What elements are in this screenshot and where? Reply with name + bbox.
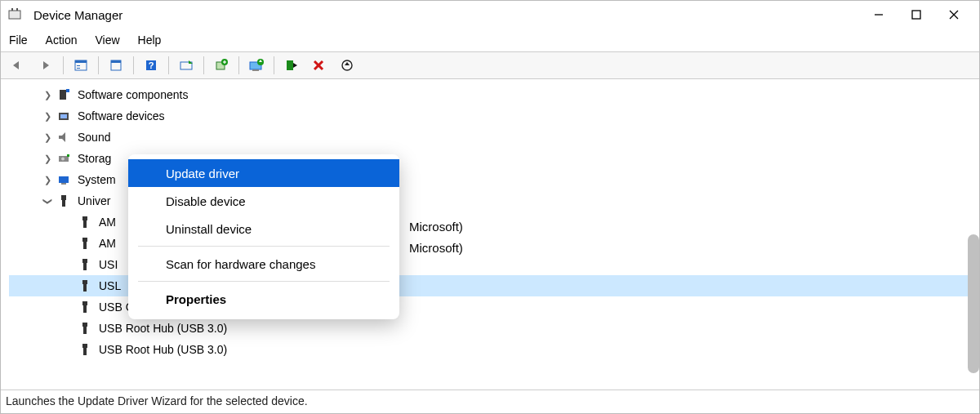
svg-rect-43 — [61, 195, 66, 200]
svg-rect-45 — [82, 216, 87, 220]
expand-icon[interactable]: ❯ — [42, 132, 53, 143]
svg-rect-4 — [912, 11, 920, 19]
svg-rect-57 — [82, 344, 87, 348]
toolbar-separator — [133, 56, 134, 74]
toolbar-uninstall-device[interactable] — [307, 54, 332, 77]
toolbar-separator — [98, 56, 99, 74]
usb-device-icon — [78, 342, 92, 357]
maximize-button[interactable] — [898, 2, 935, 28]
tree-node-label: Software devices — [76, 109, 167, 123]
toolbar-properties[interactable] — [104, 54, 128, 77]
svg-rect-44 — [62, 200, 65, 207]
toolbar-add-legacy-hardware[interactable] — [209, 54, 234, 77]
toolbar-show-hide-tree[interactable] — [69, 54, 93, 77]
usb-controller-icon — [56, 194, 71, 208]
toolbar-back[interactable] — [6, 54, 30, 77]
context-menu-scan-hardware[interactable]: Scan for hardware changes — [128, 250, 399, 278]
expand-icon[interactable]: ❯ — [42, 154, 53, 164]
svg-text:?: ? — [149, 60, 154, 70]
menu-view[interactable]: View — [95, 33, 119, 47]
tree-child-label: AM — [97, 236, 118, 251]
tree-node-sound[interactable]: ❯ Sound — [9, 127, 971, 148]
tree-child-label: AM — [97, 215, 118, 229]
svg-rect-12 — [77, 68, 80, 69]
context-menu-separator — [138, 281, 390, 282]
tree-node-software-devices[interactable]: ❯ Software devices — [9, 105, 971, 127]
svg-rect-10 — [75, 60, 87, 63]
svg-rect-0 — [9, 11, 20, 19]
context-menu-disable-device[interactable]: Disable device — [128, 187, 399, 215]
toolbar-disable-device[interactable] — [279, 54, 304, 77]
menubar: File Action View Help — [1, 29, 979, 52]
svg-rect-58 — [83, 348, 87, 355]
status-text: Launches the Update Driver Wizard for th… — [6, 394, 308, 407]
svg-rect-2 — [16, 8, 18, 11]
svg-marker-7 — [13, 61, 19, 69]
svg-rect-27 — [287, 60, 293, 70]
context-menu: Update driver Disable device Uninstall d… — [128, 154, 399, 319]
toolbar-separator — [274, 56, 274, 74]
toolbar-separator — [238, 56, 239, 74]
tree-child-label: USB Root Hub (USB 3.0) — [97, 342, 229, 357]
tree-node-software-components[interactable]: ❯ Software components — [9, 84, 971, 105]
minimize-button[interactable] — [860, 2, 898, 28]
svg-rect-49 — [82, 259, 87, 263]
svg-rect-36 — [60, 114, 67, 118]
menu-action[interactable]: Action — [46, 33, 78, 47]
toolbar: ? — [1, 52, 979, 79]
vertical-scrollbar[interactable] — [968, 234, 979, 373]
svg-rect-48 — [83, 242, 87, 249]
titlebar: Device Manager — [1, 1, 979, 29]
svg-rect-46 — [83, 220, 87, 228]
svg-rect-40 — [67, 154, 69, 157]
menu-help[interactable]: Help — [138, 33, 162, 47]
usb-device-icon — [78, 278, 92, 293]
usb-device-icon — [78, 300, 92, 314]
svg-marker-32 — [345, 62, 350, 65]
svg-rect-11 — [77, 65, 80, 66]
toolbar-separator — [63, 56, 64, 74]
expand-icon[interactable]: ❯ — [42, 90, 53, 100]
window-title: Device Manager — [33, 8, 860, 22]
context-menu-properties[interactable]: Properties — [128, 285, 399, 313]
system-icon — [56, 172, 71, 187]
app-icon — [7, 7, 22, 22]
context-menu-uninstall-device[interactable]: Uninstall device — [128, 215, 399, 243]
software-devices-icon — [56, 109, 71, 123]
svg-rect-56 — [83, 327, 87, 334]
svg-rect-42 — [61, 183, 66, 185]
svg-rect-54 — [83, 305, 87, 313]
svg-rect-34 — [66, 89, 69, 92]
svg-rect-24 — [252, 69, 259, 71]
svg-rect-53 — [82, 301, 87, 305]
svg-marker-8 — [43, 61, 49, 69]
svg-rect-50 — [83, 263, 87, 270]
svg-rect-47 — [82, 238, 87, 242]
expand-icon[interactable]: ❯ — [42, 175, 53, 185]
toolbar-separator — [168, 56, 169, 74]
usb-device-icon — [78, 236, 92, 251]
svg-rect-1 — [11, 8, 13, 11]
software-components-icon — [56, 87, 71, 102]
toolbar-help[interactable]: ? — [139, 54, 163, 77]
tree-child-label: USI — [97, 257, 119, 272]
storage-icon — [56, 151, 71, 166]
toolbar-update-driver[interactable] — [244, 54, 269, 77]
context-menu-update-driver[interactable]: Update driver — [128, 159, 399, 187]
close-button[interactable] — [935, 2, 973, 28]
toolbar-scan-for-changes[interactable] — [335, 54, 359, 77]
collapse-icon[interactable]: ❯ — [42, 195, 53, 207]
usb-device-icon — [78, 215, 92, 229]
svg-rect-55 — [82, 323, 87, 327]
menu-file[interactable]: File — [9, 33, 28, 47]
svg-marker-28 — [293, 63, 297, 68]
tree-child-usb-root-hub-1[interactable]: USB Root Hub (USB 3.0) — [9, 318, 971, 339]
expand-icon[interactable]: ❯ — [42, 111, 53, 122]
tree-child-overflow-2: Microsoft) — [409, 241, 463, 255]
toolbar-scan-hardware[interactable] — [174, 54, 198, 77]
toolbar-forward[interactable] — [33, 54, 58, 77]
tree-node-label: Univer — [76, 194, 112, 208]
toolbar-separator — [203, 56, 204, 74]
tree-child-usb-root-hub-2[interactable]: USB Root Hub (USB 3.0) — [9, 339, 971, 360]
svg-rect-52 — [83, 284, 87, 292]
